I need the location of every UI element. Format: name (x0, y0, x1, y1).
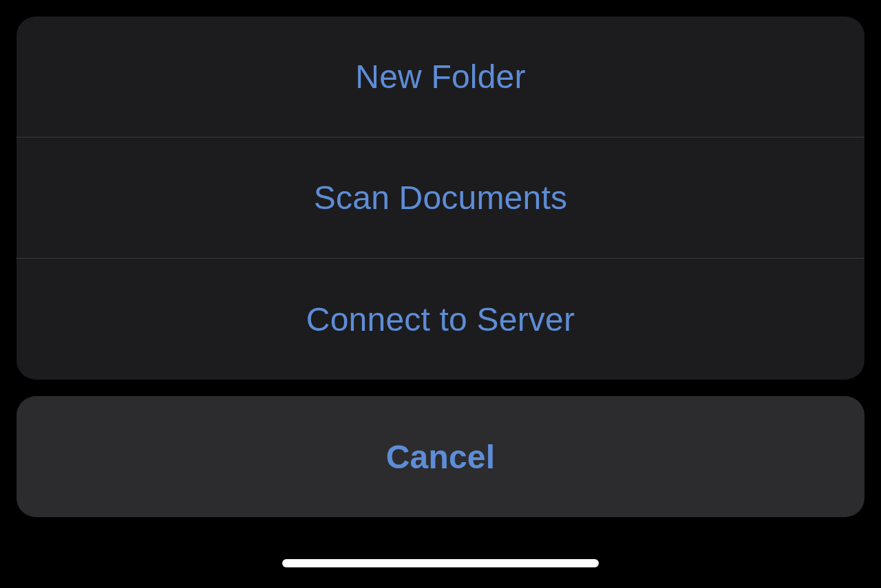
scan-documents-button[interactable]: Scan Documents (17, 138, 864, 259)
action-item-label: Scan Documents (314, 179, 567, 217)
new-folder-button[interactable]: New Folder (17, 17, 864, 138)
cancel-button-label: Cancel (386, 438, 496, 476)
action-item-label: Connect to Server (306, 301, 575, 338)
connect-to-server-button[interactable]: Connect to Server (17, 259, 864, 380)
action-sheet-group: New Folder Scan Documents Connect to Ser… (17, 17, 864, 380)
action-item-label: New Folder (355, 58, 525, 96)
home-indicator[interactable] (282, 559, 599, 567)
cancel-button[interactable]: Cancel (17, 396, 864, 517)
